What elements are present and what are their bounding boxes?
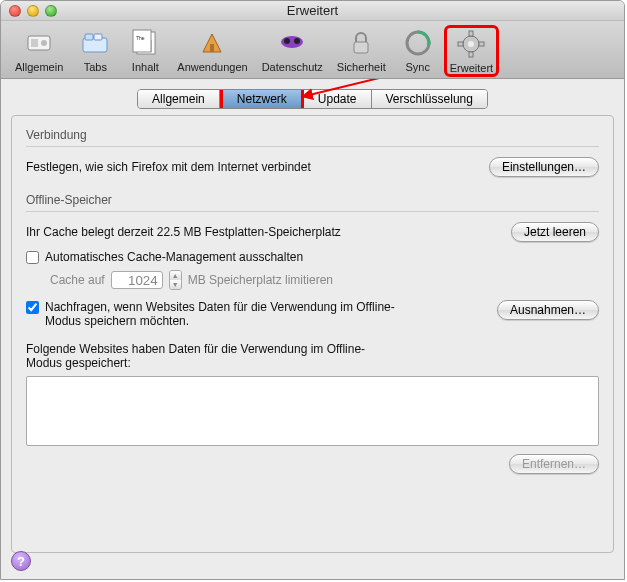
tab-sync[interactable]: Sync: [394, 25, 442, 75]
stored-sites-label: Folgende Websites haben Daten für die Ve…: [26, 342, 396, 370]
svg-rect-11: [210, 44, 214, 52]
connection-desc: Festlegen, wie sich Firefox mit dem Inte…: [26, 160, 311, 174]
tab-sicherheit[interactable]: Sicherheit: [331, 25, 392, 75]
toolbar-label: Inhalt: [132, 61, 159, 73]
switch-icon: [23, 27, 55, 59]
offline-ask-checkbox[interactable]: [26, 301, 39, 314]
subtab-netzwerk[interactable]: Netzwerk: [223, 90, 301, 108]
toolbar-label: Datenschutz: [262, 61, 323, 73]
toolbar: Allgemein Tabs The Inhalt Anwendungen Da…: [1, 21, 624, 79]
svg-rect-23: [479, 42, 484, 46]
svg-rect-22: [458, 42, 463, 46]
cache-usage-text: Ihr Cache belegt derzeit 22.5 MB Festpla…: [26, 225, 341, 239]
preferences-window: Erweitert Allgemein Tabs The Inhalt Anwe: [0, 0, 625, 580]
offline-heading: Offline-Speicher: [26, 193, 599, 207]
subtab-verschluesselung[interactable]: Verschlüsselung: [372, 90, 487, 108]
network-panel: Verbindung Festlegen, wie sich Firefox m…: [11, 115, 614, 553]
settings-button[interactable]: Einstellungen…: [489, 157, 599, 177]
highlight-annotation: Netzwerk: [220, 89, 304, 109]
cache-size-input[interactable]: [111, 271, 163, 289]
privacy-icon: [276, 27, 308, 59]
help-button[interactable]: ?: [11, 551, 31, 571]
offline-ask-label: Nachfragen, wenn Websites Daten für die …: [45, 300, 396, 328]
content-icon: The: [129, 27, 161, 59]
stepper-up-icon: ▲: [170, 271, 181, 280]
svg-rect-1: [31, 39, 38, 47]
remove-button[interactable]: Entfernen…: [509, 454, 599, 474]
toolbar-label: Sync: [406, 61, 430, 73]
svg-rect-15: [354, 42, 368, 53]
subtab-update[interactable]: Update: [304, 90, 372, 108]
tabs-icon: [79, 27, 111, 59]
tab-datenschutz[interactable]: Datenschutz: [256, 25, 329, 75]
toolbar-label: Allgemein: [15, 61, 63, 73]
tab-tabs[interactable]: Tabs: [71, 25, 119, 75]
tab-anwendungen[interactable]: Anwendungen: [171, 25, 253, 75]
svg-point-13: [284, 38, 290, 44]
svg-point-19: [468, 41, 474, 47]
window-title: Erweitert: [1, 3, 624, 18]
svg-point-2: [41, 40, 47, 46]
svg-rect-20: [469, 31, 473, 36]
connection-heading: Verbindung: [26, 128, 599, 142]
exceptions-button[interactable]: Ausnahmen…: [497, 300, 599, 320]
toolbar-label: Sicherheit: [337, 61, 386, 73]
applications-icon: [196, 27, 228, 59]
content-area: Allgemein Netzwerk Update Verschlüsselun…: [1, 79, 624, 579]
svg-text:The: The: [136, 35, 145, 41]
cache-limit-prefix: Cache auf: [50, 273, 105, 287]
tab-allgemein[interactable]: Allgemein: [9, 25, 69, 75]
security-icon: [345, 27, 377, 59]
override-cache-checkbox[interactable]: [26, 251, 39, 264]
subtab-bar: Allgemein Netzwerk Update Verschlüsselun…: [11, 89, 614, 109]
override-cache-label: Automatisches Cache-Management ausschalt…: [45, 250, 303, 264]
offline-sites-list[interactable]: [26, 376, 599, 446]
subtab-allgemein[interactable]: Allgemein: [138, 90, 220, 108]
clear-cache-button[interactable]: Jetzt leeren: [511, 222, 599, 242]
tab-erweitert[interactable]: Erweitert: [444, 25, 499, 77]
cache-limit-suffix: MB Speicherplatz limitieren: [188, 273, 333, 287]
stepper-down-icon: ▼: [170, 280, 181, 289]
tab-inhalt[interactable]: The Inhalt: [121, 25, 169, 75]
svg-rect-8: [133, 30, 151, 52]
toolbar-label: Anwendungen: [177, 61, 247, 73]
toolbar-label: Tabs: [84, 61, 107, 73]
toolbar-label: Erweitert: [450, 62, 493, 74]
cache-size-stepper[interactable]: ▲ ▼: [169, 270, 182, 290]
titlebar: Erweitert: [1, 1, 624, 21]
sync-icon: [402, 27, 434, 59]
svg-point-14: [294, 38, 300, 44]
gear-icon: [455, 28, 487, 60]
separator: [26, 211, 599, 212]
svg-rect-21: [469, 52, 473, 57]
svg-rect-5: [94, 34, 102, 40]
help-icon: ?: [17, 554, 25, 569]
separator: [26, 146, 599, 147]
svg-rect-4: [85, 34, 93, 40]
